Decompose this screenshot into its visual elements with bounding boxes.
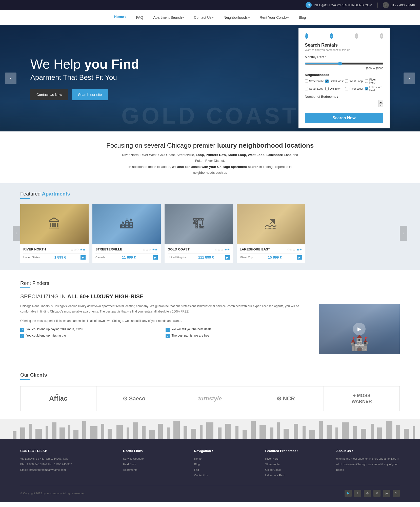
svg-rect-26: [225, 424, 231, 439]
svg-rect-23: [200, 425, 203, 439]
footer-about-text: offering the most superior finishes and …: [336, 456, 400, 473]
neighborhood-river-west[interactable]: River West: [345, 86, 363, 92]
facebook-icon[interactable]: f: [354, 490, 361, 497]
footer-nav-home[interactable]: Home: [194, 456, 258, 461]
svg-rect-16: [142, 426, 146, 439]
skype-icon[interactable]: S: [393, 490, 400, 497]
neighborhood-south-loop[interactable]: South Loop: [305, 86, 324, 92]
apt-name-stars: RIVER NORTH ☆☆☆ ★★: [23, 247, 86, 251]
svg-rect-4: [46, 426, 48, 439]
rf-feature-label-1: You could end up paying 20% more, if you: [26, 327, 83, 331]
svg-rect-43: [371, 424, 374, 439]
svg-rect-25: [218, 427, 222, 439]
hero-next-button[interactable]: ›: [404, 73, 415, 84]
settings-icon[interactable]: ⚙: [364, 490, 371, 497]
check-icon-3: ✓: [20, 334, 24, 338]
bedrooms-input[interactable]: [305, 100, 376, 107]
youtube-icon[interactable]: ▶: [383, 490, 390, 497]
svg-rect-38: [327, 425, 332, 439]
rf-body-2: Offering the most superior finishes and …: [20, 318, 309, 324]
nav-blog[interactable]: Blog: [299, 15, 306, 19]
nav-neighborhoods[interactable]: Neighborhoods: [224, 15, 250, 19]
nav-home[interactable]: Home: [114, 15, 126, 20]
twitter-icon[interactable]: 🐦: [345, 490, 352, 497]
footer-prop-lakeshore-east[interactable]: Lakeshore East: [265, 473, 329, 478]
nav-faq[interactable]: FAQ: [136, 15, 143, 19]
svg-rect-34: [294, 424, 298, 439]
footer-prop-gold-coast[interactable]: Golad Coast: [265, 467, 329, 473]
nav-apartment-search[interactable]: Apartment Search: [153, 15, 184, 19]
client-logo-turnstyle: turnstyle: [172, 386, 248, 411]
footer-prop-streeterville[interactable]: Streeterville: [265, 461, 329, 467]
neighborhood-river-north[interactable]: River North: [365, 78, 383, 84]
footer-nav-contact[interactable]: Contact Us: [194, 473, 258, 478]
vimeo-icon[interactable]: V: [373, 490, 381, 497]
svg-rect-10: [90, 426, 97, 439]
svg-rect-20: [173, 421, 180, 439]
neighborhood-lakeshore-east[interactable]: Lakeshore East: [365, 86, 383, 92]
contact-us-now-button[interactable]: Contact Us Now: [30, 89, 68, 100]
rent-range: $500 to $5000: [305, 67, 383, 70]
play-button[interactable]: ▶: [353, 323, 366, 335]
nav-rent-condo[interactable]: Rent Your Condo: [260, 15, 289, 19]
footer-link-helpdesk[interactable]: Held Desk: [123, 461, 187, 467]
carousel-next-button[interactable]: ›: [400, 226, 407, 241]
apartment-card-river-north: 🏛 RIVER NORTH ☆☆☆ ★★ United States 1 899…: [20, 204, 89, 263]
apartment-card-streeterville: 🏙 STREETERVILLE ☆☆☆ ★★ Canada 11 899 € ▶: [92, 204, 161, 263]
nav-contact-us[interactable]: Contact Us: [194, 15, 213, 19]
email-address: INFO@CHICAGORENTFINDERS.COM: [314, 3, 372, 7]
bedrooms-up[interactable]: ▲: [378, 100, 383, 104]
apartments-track: 🏛 RIVER NORTH ☆☆☆ ★★ United States 1 899…: [0, 204, 420, 263]
carousel-prev-button[interactable]: ‹: [13, 226, 20, 241]
main-nav: Home FAQ Apartment Search Contact Us Nei…: [0, 10, 420, 25]
bedrooms-down[interactable]: ▼: [378, 104, 383, 107]
footer-about-title: About Us :: [336, 449, 400, 453]
svg-rect-19: [167, 427, 170, 439]
footer-featured-col: Featured Properties : River North Street…: [265, 449, 329, 478]
apt-name: GOLD COAST: [168, 247, 190, 251]
rent-label: Monthly Rent :: [305, 55, 383, 59]
apt-name: STREETERVILLE: [95, 247, 122, 251]
footer-nav-faq[interactable]: Faq: [194, 467, 258, 473]
rf-content: Chicago Rent Finders is Chicago's leadin…: [20, 304, 400, 354]
hero-prev-button[interactable]: ‹: [5, 73, 16, 84]
focus-section: Focusing on several Chicago premier luxu…: [0, 131, 420, 183]
rf-video-placeholder: 🏰 ▶: [319, 304, 400, 354]
email-icon: ✉: [306, 2, 312, 8]
footer-nav-blog[interactable]: Blog: [194, 461, 258, 467]
neighborhood-old-town[interactable]: Old Town: [325, 86, 344, 92]
apt-name: RIVER NORTH: [23, 247, 46, 251]
svg-rect-1: [20, 427, 25, 439]
svg-rect-39: [335, 427, 338, 439]
rf-feature-4: ✓ The best part is, we are free: [166, 334, 309, 338]
svg-rect-29: [251, 421, 256, 439]
footer-link-service[interactable]: Service Upadate: [123, 456, 187, 461]
search-our-site-button[interactable]: Search our site: [72, 89, 108, 100]
neighborhood-streeterville[interactable]: Streeterville: [305, 78, 324, 84]
phone-icon: 📞: [383, 2, 389, 8]
footer-social: 🐦 f ⚙ V ▶ S: [345, 490, 400, 497]
rf-feature-3: ✓ You could end up missing the: [20, 334, 164, 338]
rf-features: ✓ You could end up paying 20% more, if y…: [20, 327, 309, 338]
svg-rect-6: [59, 427, 65, 439]
rf-video[interactable]: 🏰 ▶: [319, 304, 400, 354]
rf-feature-label-4: The best part is, we are free: [172, 334, 209, 337]
clients-logos: Afflac ⊙ Saeco turnstyle ⊗ NCR + MOSSWAR…: [20, 386, 400, 411]
footer-copyright: © Copyright 2012 | your company. All rig…: [20, 492, 85, 495]
svg-rect-46: [396, 425, 400, 439]
rent-row: Monthly Rent : $500 to $5000: [305, 55, 383, 70]
neighborhoods-row: Neighborhoods Streeterville Gold Coast W…: [305, 73, 383, 92]
neighborhoods-grid: Streeterville Gold Coast West Loop River…: [305, 78, 383, 92]
rent-slider[interactable]: [305, 62, 383, 66]
footer-link-apartments[interactable]: Apartments: [123, 467, 187, 473]
apartment-card-gold-coast: 🏗 GOLD COAST ☆☆☆ ★★ United Kingdom 111 8…: [165, 204, 233, 263]
search-now-button[interactable]: Search Now: [305, 113, 383, 123]
apt-price: 1 899 €: [54, 255, 66, 259]
neighborhood-west-loop[interactable]: West Loop: [345, 78, 363, 84]
client-logo-ncr: ⊗ NCR: [248, 386, 324, 411]
footer-prop-river-north[interactable]: River North: [265, 456, 329, 461]
neighborhood-gold-coast[interactable]: Gold Coast: [325, 78, 344, 84]
search-steps: 1 ✓ 2 3 4: [305, 33, 383, 39]
apt-info: LAKESHORE EAST ☆☆☆ ★★ Miami City 15 899 …: [237, 244, 305, 263]
svg-rect-11: [101, 424, 104, 439]
